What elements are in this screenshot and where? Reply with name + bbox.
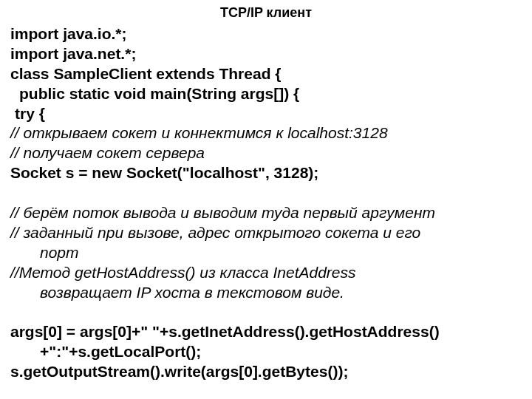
code-line: Socket s = new Socket("localhost", 3128)… — [10, 163, 522, 183]
code-line-wrap: +":"+s.getLocalPort(); — [10, 342, 522, 362]
comment-line: //Метод getHostAddress() из класса InetA… — [10, 263, 522, 283]
code-line: s.getOutputStream().write(args[0].getByt… — [10, 362, 522, 382]
comment-line-wrap: возвращает IP хоста в текстовом виде. — [10, 283, 522, 303]
comment-line: // заданный при вызове, адрес открытого … — [10, 223, 522, 243]
code-line: args[0] = args[0]+" "+s.getInetAddress()… — [10, 322, 522, 342]
code-line: public static void main(String args[]) { — [10, 84, 522, 104]
page-title: TCP/IP клиент — [10, 4, 522, 21]
comment-line: // берём поток вывода и выводим туда пер… — [10, 203, 522, 223]
blank-line — [10, 302, 522, 322]
code-line: import java.net.*; — [10, 44, 522, 64]
code-line: import java.io.*; — [10, 24, 522, 44]
document-page: TCP/IP клиент import java.io.*; import j… — [0, 0, 532, 399]
comment-line-wrap: порт — [10, 243, 522, 263]
blank-line — [10, 183, 522, 203]
comment-line: // получаем сокет сервера — [10, 143, 522, 163]
code-line: try { — [10, 104, 522, 124]
comment-line: // открываем сокет и коннектимся к local… — [10, 123, 522, 143]
code-line: class SampleClient extends Thread { — [10, 64, 522, 84]
